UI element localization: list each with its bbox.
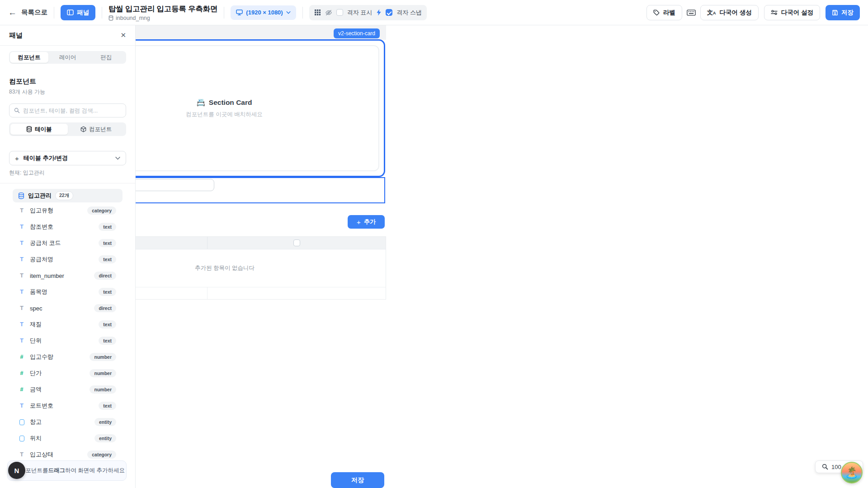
translate-icon: 文A [707,9,716,15]
field-name: 단위 [30,337,42,345]
current-table-label: 현재: 입고관리 [9,169,126,177]
divider [224,7,224,19]
panel-header: 패널 ✕ [0,25,135,46]
field-type-badge: text [99,288,116,296]
add-row-button[interactable]: + 추가 [348,215,385,229]
chevron-down-icon [286,11,291,14]
island-icon: 🏝️ [845,466,859,479]
panel-toggle-button[interactable]: 패널 [61,5,95,20]
grid-show-label[interactable]: 격자 표시 [347,9,373,17]
list-item[interactable]: 창고entity [13,414,123,430]
field-type-badge: direct [94,304,116,312]
text-field-icon: T [20,451,24,458]
page-title: 탑씰 입고관리 입고등록 우측화면 [108,4,217,14]
list-item[interactable]: T로트번호text [13,398,123,414]
plus-icon: + [15,155,19,162]
text-field-icon: T [20,321,24,328]
field-name: 창고 [30,418,42,426]
text-field-icon: T [20,289,24,295]
field-type-badge: text [99,239,116,247]
list-item[interactable]: #단가number [13,365,123,381]
list-item[interactable]: Titem_numberdirect [13,267,123,284]
list-item[interactable]: #금액number [13,381,123,398]
text-field-icon: T [20,338,24,344]
text-field-icon: T [20,403,24,409]
field-type-badge: number [90,369,116,377]
chevron-down-icon [115,157,120,160]
field-name: 위치 [30,434,42,442]
zoom-value: 100 [831,464,841,470]
lightning-icon [376,9,382,16]
items-table-header-cell [208,237,386,249]
mode-component[interactable]: 컴포넌트 [68,124,125,135]
list-item[interactable]: T재질text [13,316,123,333]
list-item[interactable]: T공급처명text [13,251,123,267]
table-select-all-checkbox[interactable] [293,239,300,246]
table-count-badge: 22개 [55,191,73,200]
tab-layers[interactable]: 레이어 [48,52,87,63]
grid-show-checkbox[interactable] [336,9,343,16]
island-widget-button[interactable]: 🏝️ [841,462,863,483]
list-item[interactable]: T품목명text [13,284,123,300]
add-change-table-button[interactable]: + 테이블 추가/변경 [9,151,126,165]
i18n-settings-button[interactable]: 다국어 설정 [764,5,820,20]
entity-field-icon [19,436,24,441]
field-type-badge: text [99,255,116,263]
n-floating-badge[interactable]: N [8,462,25,479]
list-item[interactable]: 위치entity [13,430,123,446]
eye-off-icon[interactable] [325,9,332,16]
component-search [9,103,126,117]
list-item[interactable]: T단위text [13,333,123,349]
form-save-button[interactable]: 저장 [331,472,384,488]
source-mode-toggle: 테이블 컴포넌트 [9,122,126,136]
field-type-badge: entity [94,434,116,442]
text-field-icon: T [20,305,24,311]
text-field-icon: T [20,256,24,263]
field-type-badge: entity [94,418,116,426]
text-field-icon: T [20,240,24,246]
list-item[interactable]: #입고수량number [13,349,123,365]
field-type-badge: number [90,353,116,361]
tab-edit[interactable]: 편집 [87,52,125,63]
field-type-badge: category [87,450,116,459]
field-name: 로트번호 [30,402,53,410]
search-input[interactable] [23,108,121,114]
divider [0,183,135,183]
keyboard-shortcuts-button[interactable] [685,8,698,18]
grid-snap-checkbox[interactable] [386,9,392,16]
field-name: 참조번호 [30,223,53,231]
field-type-badge: number [90,385,116,394]
divider [302,7,303,19]
keyboard-icon [687,9,696,16]
field-rows: T입고유형categoryT참조번호textT공급처 코드textT공급처명te… [13,202,123,463]
field-name: item_number [30,272,64,279]
close-icon[interactable]: ✕ [120,31,126,39]
field-type-badge: text [99,402,116,410]
list-item[interactable]: Tspecdirect [13,300,123,316]
tab-components[interactable]: 컴포넌트 [10,52,48,63]
save-button[interactable]: 저장 [826,5,860,20]
title-block: 탑씰 입고관리 입고등록 우측화면 inbound_mng [108,4,217,21]
i18n-generate-button[interactable]: 文A 다국어 생성 [700,5,759,20]
screen-size-dropdown[interactable]: (868 × 488) [231,5,296,20]
list-item[interactable]: T공급처 코드text [13,235,123,251]
selection-tag: v2-section-card [334,28,380,38]
field-name: 품목명 [30,288,47,296]
field-list: 입고관리 22개 T입고유형categoryT참조번호textT공급처 코드te… [13,189,123,463]
grid-snap-label[interactable]: 격자 스냅 [396,9,422,17]
back-to-list-button[interactable]: ← 목록으로 [8,8,47,17]
field-name: 입고수량 [30,353,53,361]
entity-field-icon [19,419,24,425]
list-item[interactable]: T입고유형category [13,202,123,219]
grid-icon[interactable] [314,9,321,16]
field-name: 입고유형 [30,206,53,215]
field-type-badge: category [87,206,116,215]
list-item[interactable]: T참조번호text [13,219,123,235]
monitor-icon [236,9,243,15]
mode-table[interactable]: 테이블 [10,124,68,135]
table-group-header[interactable]: 입고관리 22개 [13,189,123,202]
database-icon [18,192,24,199]
panel-tabs: 컴포넌트 레이어 편집 [9,51,126,64]
field-name: 공급처 코드 [30,239,61,247]
label-button[interactable]: 라벨 [646,5,682,20]
